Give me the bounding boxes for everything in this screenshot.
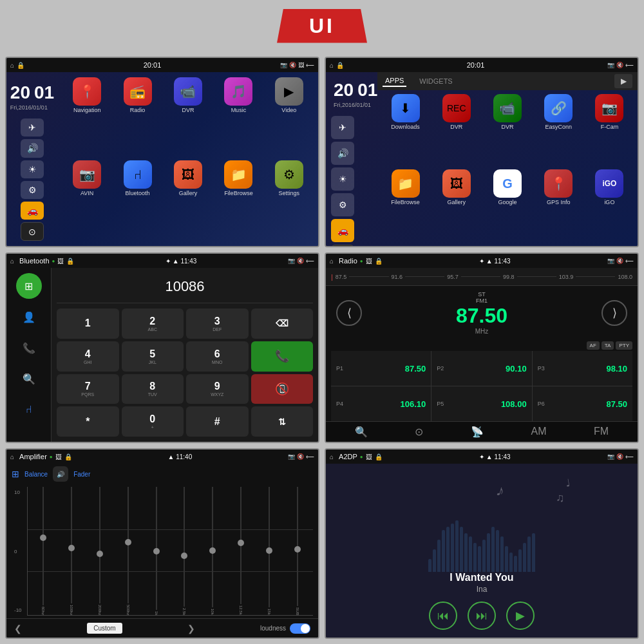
eq-vol-btn[interactable]: 🔊 [53,466,68,482]
app-easyconn[interactable]: 🔗 EasyConn [535,94,583,167]
dial-6[interactable]: 6MNO [186,341,249,372]
app-filebrowse[interactable]: 📁 FileBrowse [214,160,262,241]
radio-search-btn[interactable]: 🔍 [355,426,368,438]
app-gpsinfo[interactable]: 📍 GPS Info [535,169,583,242]
eq-knob-100hz[interactable] [68,545,75,551]
app-video[interactable]: ▶ Video [265,77,313,158]
home-icon-5[interactable]: ⌂ [10,453,14,460]
back-icon-1[interactable]: ⟵ [306,62,314,68]
eq-preset-btn[interactable]: Custom [87,623,122,634]
app-filebrowse2[interactable]: 📁 FileBrowse [381,169,430,242]
radio-next-btn[interactable]: ⟩ [601,300,627,326]
side-btn-settings-2[interactable]: ⚙ [331,193,354,216]
app-downloads[interactable]: ⬇ Downloads [381,94,430,167]
side-btn-car-1[interactable]: 🚗 [21,202,44,220]
calls-icon[interactable]: 📞 [16,335,42,361]
search-icon-bt[interactable]: 🔍 [16,366,42,392]
side-btn-bright-1[interactable]: ☀ [21,160,44,178]
app-dvr2[interactable]: REC DVR [432,94,480,167]
app-settings[interactable]: ⚙ Settings [265,160,313,241]
dial-call[interactable]: 📞 [251,341,314,372]
side-btn-vol-1[interactable]: 🔊 [21,139,44,157]
dial-hangup[interactable]: 📵 [251,374,314,404]
eq-prev-preset[interactable]: ❮ [14,623,22,634]
eq-knob-500hz[interactable] [125,539,131,545]
dial-swap[interactable]: ⇅ [251,406,314,437]
preset-p3[interactable]: P3 98.10 [533,351,632,386]
app-music[interactable]: 🎵 Music [214,77,262,158]
side-btn-settings-1[interactable]: ⚙ [21,181,44,199]
preset-p5[interactable]: P5 108.00 [431,386,531,421]
dial-2[interactable]: 2ABC [122,308,184,339]
dial-8[interactable]: 8TUV [122,374,184,404]
home-icon-2[interactable]: ⌂ [330,62,334,69]
loudness-toggle[interactable] [290,623,310,634]
dial-star[interactable]: * [57,406,119,437]
side-btn-dots-2[interactable]: ⊙ [331,245,354,247]
radio-am-btn[interactable]: AM [531,426,547,438]
home-icon-3[interactable]: ⌂ [10,258,14,265]
eq-knob-10k[interactable] [209,547,216,554]
tab-apps[interactable]: APPS [383,75,406,87]
radio-antenna-btn[interactable]: 📡 [471,426,484,438]
app-google[interactable]: G Google [483,169,531,242]
app-fcam[interactable]: 📷 F-Cam [585,94,634,167]
home-icon-1[interactable]: ⌂ [10,62,14,69]
music-play-pause-btn[interactable]: ⏭ [468,601,496,630]
eq-knob-12.5k[interactable] [238,540,244,546]
eq-knob-60hz[interactable] [40,535,46,541]
back-icon-6[interactable]: ⟵ [625,453,634,460]
af-btn[interactable]: AF [587,341,600,350]
eq-knob-200hz[interactable] [97,551,103,557]
back-icon-3[interactable]: ⟵ [306,258,314,264]
dial-0[interactable]: 0+ [122,406,184,437]
radio-prev-btn[interactable]: ⟨ [336,300,362,326]
dial-1[interactable]: 1 [57,308,119,339]
side-btn-car-2[interactable]: 🚗 [331,219,354,242]
side-btn-flight-2[interactable]: ✈ [331,116,354,139]
radio-info-btn[interactable]: ⊙ [415,426,423,438]
app-bluetooth[interactable]: ⑁ Bluetooth [113,160,161,241]
preset-p4[interactable]: P4 106.10 [331,386,431,421]
preset-p6[interactable]: P6 87.50 [533,386,632,421]
dial-hash[interactable]: # [186,406,249,437]
app-dvr[interactable]: 📹 DVR [164,77,212,158]
bluetooth-icon[interactable]: ⑁ [16,397,42,422]
dial-5[interactable]: 5JKL [122,341,184,372]
eq-knob-2.5k[interactable] [181,553,187,559]
preset-p1[interactable]: P1 87.50 [331,351,431,386]
app-gallery2[interactable]: 🖼 Gallery [432,169,480,242]
dial-4[interactable]: 4GHI [57,341,119,372]
eq-next-preset[interactable]: ❯ [187,623,195,634]
preset-p2[interactable]: P2 90.10 [431,351,531,386]
side-btn-flight-1[interactable]: ✈ [21,118,44,137]
app-navigation[interactable]: 📍 Navigation [63,77,111,158]
side-btn-bright-2[interactable]: ☀ [331,167,354,191]
dial-pad-icon[interactable]: ⊞ [16,273,42,299]
music-prev-btn[interactable]: ⏮ [429,601,457,630]
ta-btn[interactable]: TA [601,341,614,350]
back-icon-2[interactable]: ⟵ [625,62,634,68]
music-next-btn[interactable]: ▶ [506,601,535,630]
home-icon-4[interactable]: ⌂ [330,258,334,265]
radio-fm-btn[interactable]: FM [594,426,609,438]
eq-sliders-icon[interactable]: ⊞ [12,469,19,479]
dial-7[interactable]: 7PQRS [57,374,119,404]
app-igo[interactable]: iGO iGO [585,169,634,242]
app-radio[interactable]: 📻 Radio [113,77,161,158]
home-icon-6[interactable]: ⌂ [330,453,334,460]
dial-backspace[interactable]: ⌫ [251,308,314,339]
eq-knob-15k[interactable] [266,547,272,554]
side-btn-vol-2[interactable]: 🔊 [331,142,354,165]
eq-knob-1k[interactable] [153,548,160,554]
dial-3[interactable]: 3DEF [186,308,249,339]
eq-knob-SUB[interactable] [294,546,301,553]
back-icon-5[interactable]: ⟵ [306,453,314,460]
app-dvr3[interactable]: 📹 DVR [483,94,531,167]
contacts-icon[interactable]: 👤 [16,304,42,330]
app-avin[interactable]: 📷 AVIN [63,160,111,241]
dial-9[interactable]: 9WXYZ [186,374,249,404]
back-icon-4[interactable]: ⟵ [625,258,634,264]
apps-store-btn[interactable]: ▶ [614,74,632,88]
side-btn-dots-1[interactable]: ⊙ [21,222,44,241]
